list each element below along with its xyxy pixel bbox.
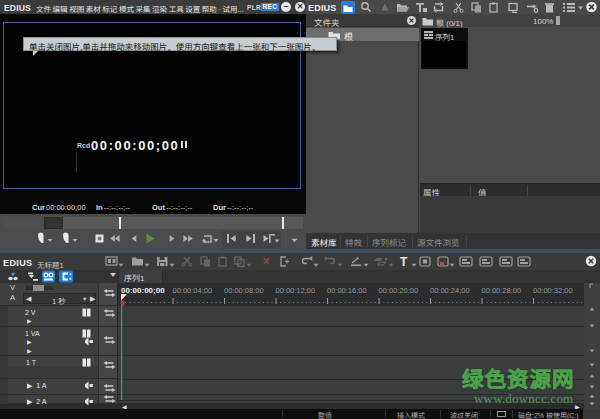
svg-text:00:00:12;00: 00:00:12;00: [276, 286, 316, 295]
svg-text:00:00:32;00: 00:00:32;00: [533, 286, 573, 295]
svg-text:00:00:20;00: 00:00:20;00: [379, 286, 419, 295]
svg-text:00:00:28;00: 00:00:28;00: [482, 286, 522, 295]
svg-text:00:00:04;00: 00:00:04;00: [173, 286, 213, 295]
svg-text:00:00:08;00: 00:00:08;00: [224, 286, 264, 295]
svg-text:T: T: [400, 255, 408, 269]
svg-text:00:00:16;00: 00:00:16;00: [327, 286, 367, 295]
svg-text:00:00:24;00: 00:00:24;00: [430, 286, 470, 295]
svg-text:00:00:00;00: 00:00:00;00: [121, 286, 165, 295]
